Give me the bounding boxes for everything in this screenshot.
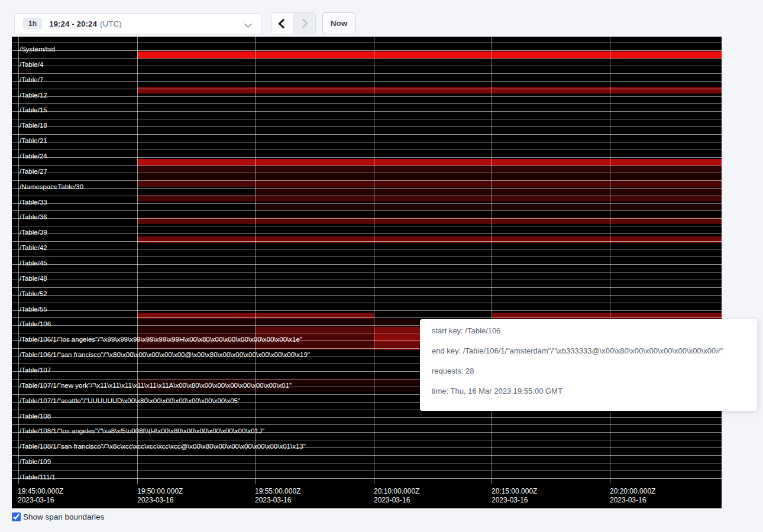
heatmap-gridline-horizontal <box>12 50 722 51</box>
heatmap-span-stripe <box>137 173 722 180</box>
heatmap-row-label: /Table/15 <box>20 106 47 113</box>
heatmap-gridline-horizontal <box>12 180 722 181</box>
time-axis-tick: 19:55:00.000Z2023-03-16 <box>255 487 300 505</box>
heatmap-gridline-horizontal <box>12 257 722 257</box>
heatmap-row-label: /Table/45 <box>20 259 47 267</box>
heatmap-gridline-horizontal <box>12 463 722 463</box>
heatmap-row-label: /Table/39 <box>20 229 47 236</box>
heatmap-row-label: /Table/33 <box>20 199 47 206</box>
tooltip-time: time: Thu, 16 Mar 2023 19:55:00 GMT <box>432 381 745 401</box>
tooltip-start-key: start key: /Table/106 <box>432 321 745 341</box>
heatmap-gridline-horizontal <box>12 196 722 196</box>
heatmap-gridline-horizontal <box>12 424 722 425</box>
heatmap-gridline-horizontal <box>12 111 722 112</box>
heatmap-span-stripe <box>255 342 374 350</box>
heatmap-gridline-horizontal <box>12 417 722 418</box>
heatmap-gridline-horizontal <box>12 188 722 189</box>
time-axis-tick: 19:50:00.000Z2023-03-16 <box>137 487 183 505</box>
heatmap-row-label: /Table/24 <box>20 153 47 160</box>
heatmap-gridline-horizontal <box>12 303 722 303</box>
heatmap-gridline-horizontal <box>12 317 722 318</box>
heatmap-row-label: /Table/7 <box>20 76 43 83</box>
heatmap-gridline-horizontal <box>12 66 722 66</box>
heatmap-gridline-horizontal <box>12 455 722 456</box>
heatmap-row-label: /Table/4 <box>20 61 43 68</box>
heatmap-gridline-horizontal <box>12 96 722 97</box>
heatmap-row-label: /Table/52 <box>20 290 47 297</box>
heatmap-row-label: /System/tsd <box>20 46 55 53</box>
heatmap-row-label: /Table/109 <box>20 458 51 465</box>
heatmap-gridline-horizontal <box>12 478 722 479</box>
heatmap-gridline-vertical <box>374 37 374 484</box>
tooltip-end-key: end key: /Table/106/1/"amsterdam"/"\xb33… <box>432 341 745 361</box>
heatmap-gridline-horizontal <box>12 203 722 204</box>
heatmap-gridline-horizontal <box>12 241 722 242</box>
show-span-boundaries-checkbox[interactable] <box>12 512 21 521</box>
heatmap-row-label: /Table/106/1/"los angeles"/"\x99\x99\x99… <box>20 336 302 343</box>
heatmap-row-label: /Table/107/1/"new york"/"\x11\x11\x11\x1… <box>20 382 292 389</box>
range-label: 19:24 - 20:24 <box>49 20 97 28</box>
heatmap-gridline-horizontal <box>12 233 722 234</box>
tooltip-requests: requests: 28 <box>432 361 745 381</box>
time-nav-button-group <box>271 12 316 34</box>
heatmap-gridline-vertical <box>18 37 19 484</box>
heatmap-gridline-vertical <box>137 37 138 484</box>
heatmap-gridline-horizontal <box>12 471 722 471</box>
heatmap-row-label: /Table/107/1/"seattle"/"UUUUUUD\x00\x80\… <box>20 397 240 404</box>
heatmap-row-label: /Table/27 <box>20 168 47 175</box>
time-axis-tick: 20:15:00.000Z2023-03-16 <box>492 487 537 505</box>
heatmap-gridline-horizontal <box>12 226 722 226</box>
heatmap-span-stripe <box>255 327 374 335</box>
heatmap-gridline-horizontal <box>12 81 722 82</box>
show-span-boundaries-label: Show span boundaries <box>23 512 104 521</box>
heatmap-gridline-horizontal <box>12 58 722 59</box>
heatmap-row-label: /Table/36 <box>20 213 47 220</box>
heatmap-gridline-horizontal <box>12 119 722 119</box>
time-range-select[interactable]: 1h 19:24 - 20:24 (UTC) <box>14 13 262 34</box>
heatmap-gridline-horizontal <box>12 249 722 249</box>
heatmap-gridline-horizontal <box>12 264 722 265</box>
heatmap-span-stripe <box>137 327 255 335</box>
heatmap-row-label: /Table/106/1/"san francisco"/"\x80\x00\x… <box>20 351 310 358</box>
heatmap-row-label: /Table/12 <box>20 92 47 99</box>
heatmap-span-stripe <box>137 87 722 93</box>
heatmap-gridline-horizontal <box>12 73 722 74</box>
heatmap-gridline-horizontal <box>12 310 722 311</box>
key-visualizer-heatmap[interactable]: /System/tsd/Table/4/Table/7/Table/12/Tab… <box>12 37 722 508</box>
next-time-button[interactable] <box>294 13 316 34</box>
heatmap-gridline-horizontal <box>12 272 722 273</box>
toolbar: 1h 19:24 - 20:24 (UTC) Now <box>0 0 763 37</box>
heatmap-gridline-horizontal <box>12 126 722 127</box>
chevron-right-icon <box>299 19 308 28</box>
heatmap-gridline-horizontal <box>12 210 722 211</box>
heatmap-row-label: /Table/55 <box>20 306 47 313</box>
heatmap-row-label: /Table/111/1 <box>20 473 56 481</box>
heatmap-span-stripe <box>137 180 722 187</box>
range-duration-badge: 1h <box>23 18 42 30</box>
heatmap-row-label: /Table/48 <box>20 275 47 282</box>
heatmap-row-label: /Table/108/1/"los angeles"/"\xa8\xf5\u00… <box>20 427 264 434</box>
heatmap-gridline-horizontal <box>12 280 722 280</box>
heatmap-gridline-horizontal <box>12 218 722 219</box>
heatmap-gridline-horizontal <box>12 103 722 104</box>
prev-time-button[interactable] <box>271 13 294 34</box>
heatmap-span-stripe <box>255 204 722 210</box>
heatmap-row-label: /Table/18 <box>20 122 47 129</box>
heatmap-gridline-horizontal <box>12 165 722 166</box>
heatmap-row-label: /Table/108 <box>20 413 51 420</box>
heatmap-row-label: /Table/42 <box>20 244 47 251</box>
heatmap-span-stripe <box>137 236 722 243</box>
heatmap-gridline-vertical <box>492 37 492 484</box>
heatmap-gridline-horizontal <box>12 157 722 158</box>
heatmap-row-label: /Table/107 <box>20 366 51 374</box>
range-timezone-label: (UTC) <box>100 20 122 28</box>
time-axis-tick: 19:45:00.000Z2023-03-16 <box>18 487 63 505</box>
heatmap-gridline-horizontal <box>12 134 722 135</box>
heatmap-gridline-horizontal <box>12 440 722 440</box>
heatmap-gridline-vertical <box>610 37 610 484</box>
now-button[interactable]: Now <box>322 12 355 34</box>
heatmap-gridline-horizontal <box>12 89 722 89</box>
heatmap-row-label: /Table/21 <box>20 137 47 144</box>
heatmap-row-label: /Table/106 <box>20 320 51 327</box>
heatmap-span-stripe <box>137 342 255 350</box>
